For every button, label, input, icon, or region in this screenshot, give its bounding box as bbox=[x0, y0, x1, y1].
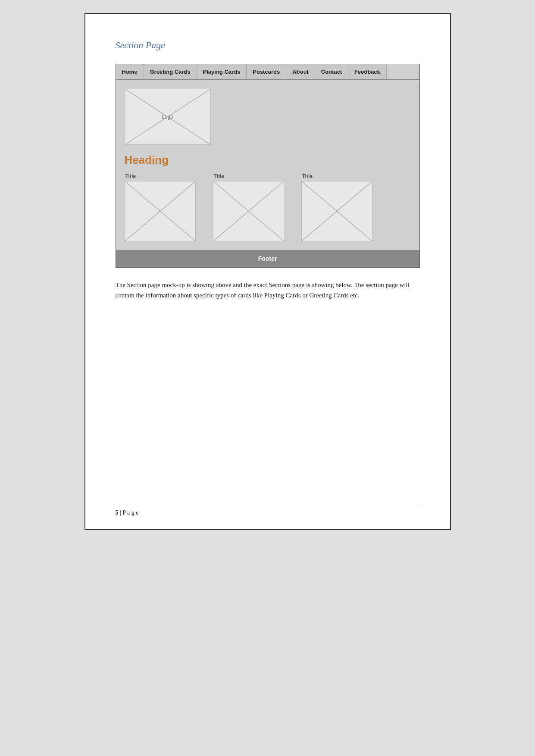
mockup-heading: Heading bbox=[116, 149, 419, 173]
card-image-1 bbox=[125, 181, 196, 241]
description-text: The Section page mock-up is showing abov… bbox=[116, 280, 420, 300]
card-x-icon-1 bbox=[125, 181, 195, 241]
card-x-icon-2 bbox=[213, 181, 284, 241]
mockup-wireframe: Home Greeting Cards Playing Cards Postca… bbox=[116, 64, 420, 268]
nav-item-greeting-cards[interactable]: Greeting Cards bbox=[144, 64, 197, 79]
nav-item-about[interactable]: About bbox=[286, 64, 315, 79]
card-x-icon-3 bbox=[302, 181, 372, 241]
nav-item-postcards[interactable]: Postcards bbox=[247, 64, 286, 79]
nav-item-home[interactable]: Home bbox=[116, 64, 144, 79]
card-image-2 bbox=[213, 181, 284, 241]
card-item-1: Title bbox=[125, 173, 196, 241]
logo-label: Logo bbox=[162, 114, 173, 120]
cards-row: Title Title Title bbox=[116, 173, 419, 250]
logo-placeholder: Logo bbox=[125, 89, 211, 145]
nav-item-contact[interactable]: Contact bbox=[315, 64, 348, 79]
page: Section Page Home Greeting Cards Playing… bbox=[84, 13, 451, 530]
card-item-3: Title bbox=[301, 173, 372, 241]
nav-item-feedback[interactable]: Feedback bbox=[348, 64, 387, 79]
card-title-1: Title bbox=[125, 173, 136, 179]
page-number: 5 | P a g e bbox=[116, 509, 139, 516]
card-item-2: Title bbox=[213, 173, 284, 241]
mockup-navbar: Home Greeting Cards Playing Cards Postca… bbox=[116, 64, 419, 80]
nav-item-playing-cards[interactable]: Playing Cards bbox=[197, 64, 247, 79]
section-page-title: Section Page bbox=[116, 40, 420, 51]
card-title-3: Title bbox=[301, 173, 313, 179]
mockup-footer: Footer bbox=[116, 250, 419, 267]
hero-area: Logo bbox=[116, 80, 419, 149]
card-image-3 bbox=[301, 181, 372, 241]
page-footer: 5 | P a g e bbox=[116, 504, 420, 516]
card-title-2: Title bbox=[213, 173, 224, 179]
